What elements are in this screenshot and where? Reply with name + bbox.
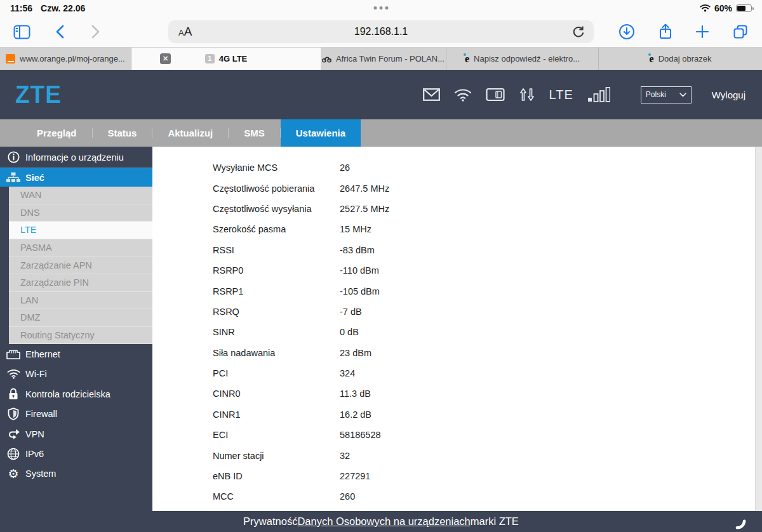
stat-row: ECI58186528 [152, 425, 762, 445]
stat-label: Siła nadawania [213, 348, 340, 358]
shield-icon [6, 408, 21, 420]
nav-przeglad[interactable]: Przegląd [22, 119, 92, 147]
stat-row: Siła nadawania23 dBm [152, 343, 762, 363]
stat-row: RSRP0-110 dBm [152, 260, 762, 281]
battery-icon [736, 4, 752, 12]
sidebar-item-label: Kontrola rodzicielska [25, 389, 110, 399]
stat-row: CINR116.2 dB [152, 404, 762, 425]
nav-status[interactable]: Status [93, 119, 152, 147]
submenu-item-lte[interactable]: LTE [9, 222, 152, 239]
forward-button-icon[interactable] [86, 23, 104, 40]
crescent-moon-icon[interactable] [735, 519, 747, 531]
gear-icon: ⚙ [6, 468, 21, 480]
stat-label: RSSI [213, 245, 340, 255]
language-value: Polski [646, 90, 666, 99]
stat-label: SINR [213, 327, 340, 337]
info-icon [6, 151, 21, 163]
sidebar-item-network[interactable]: Sieć [0, 168, 152, 187]
privacy-text-prefix: Prywatność [243, 515, 297, 528]
ipv6-globe-icon [6, 448, 21, 460]
submenu-item-dmz[interactable]: DMZ [9, 309, 152, 327]
sidebar-item-ipv6[interactable]: IPv6 [0, 444, 152, 463]
tab-label: 4G LTE [219, 54, 248, 63]
sim-card-icon[interactable] [486, 88, 505, 102]
sidebar-item-device-info[interactable]: Informacje o urządzeniu [0, 147, 152, 168]
wifi-icon[interactable] [454, 88, 472, 102]
mail-icon[interactable] [423, 88, 440, 101]
submenu-item-lan[interactable]: LAN [9, 292, 152, 310]
stat-value: -110 dBm [340, 265, 379, 276]
stat-value: 15 MHz [340, 224, 371, 234]
tab-dodaj-obrazek[interactable]: e Dodaj obrazek [599, 48, 762, 70]
stat-value: -7 dB [340, 307, 362, 317]
chevron-down-icon [679, 93, 686, 97]
stat-row: SINR0 dB [152, 322, 762, 342]
sidebar-toggle-icon[interactable] [13, 23, 30, 40]
stat-row: RSRQ-7 dB [152, 302, 762, 322]
stat-value: 58186528 [340, 430, 381, 440]
submenu-item-pin[interactable]: Zarządzanie PIN [9, 274, 152, 292]
tab-label: Dodaj obrazek [658, 54, 712, 63]
sidebar-item-label: IPv6 [25, 449, 44, 459]
language-select[interactable]: Polski [641, 86, 692, 103]
submenu-item-pasma[interactable]: PASMA [9, 239, 152, 257]
submenu-item-dns[interactable]: DNS [9, 204, 152, 222]
tab-label: Africa Twin Forum - POLAN... [336, 54, 444, 63]
multitasking-indicator-icon[interactable] [374, 6, 389, 10]
logout-button[interactable]: Wyloguj [712, 90, 745, 100]
tab-4g-lte[interactable]: ✕ 1 4G LTE [131, 48, 321, 70]
sidebar-item-firewall[interactable]: Firewall [0, 404, 152, 424]
stat-label: RSRP1 [213, 286, 340, 296]
downloads-icon[interactable] [618, 23, 636, 40]
tab-napisz-odpowiedz[interactable]: e Napisz odpowiedź - elektro... [446, 48, 599, 70]
stat-value: 11.3 dB [340, 389, 371, 399]
nav-aktualizuj[interactable]: Aktualizuj [152, 119, 228, 147]
address-bar[interactable]: AA 192.168.1.1 [168, 20, 594, 43]
tab-orange[interactable]: www.orange.pl/moj-orange... [0, 48, 131, 70]
elektroda-favicon: e [465, 54, 469, 64]
privacy-text-suffix: marki ZTE [471, 515, 519, 528]
traffic-up-down-icon[interactable] [519, 87, 535, 102]
share-icon[interactable] [657, 23, 674, 40]
battery-percent: 60% [714, 3, 732, 13]
numbered-favicon: 1 [205, 54, 215, 63]
stat-row: Numer stacji32 [152, 445, 762, 465]
stat-label: Numer stacji [213, 451, 340, 461]
sidebar-item-label: Firewall [25, 409, 57, 419]
sidebar-item-label: Sieć [25, 173, 44, 183]
header-status-icons: LTE Polski Wyloguj [423, 86, 745, 103]
privacy-link[interactable]: Danych Osobowych na urządzeniach [297, 515, 470, 528]
tab-africa-twin-forum[interactable]: Africa Twin Forum - POLAN... [321, 48, 446, 70]
main-nav: Przegląd Status Aktualizuj SMS Ustawieni… [0, 119, 762, 147]
sidebar-item-parental-control[interactable]: Kontrola rodzicielska [0, 384, 152, 404]
status-bar: 11:56 Czw. 22.06 60% [0, 0, 762, 16]
back-button-icon[interactable] [51, 23, 69, 40]
scrollbar[interactable] [755, 147, 762, 511]
sidebar-item-ethernet[interactable]: Ethernet [0, 344, 152, 364]
close-tab-icon[interactable]: ✕ [160, 53, 171, 64]
sidebar-item-vpn[interactable]: VPN [0, 424, 152, 444]
submenu-item-apn[interactable]: Zarządzanie APN [9, 256, 152, 274]
sidebar-item-label: VPN [25, 429, 44, 439]
signal-strength-icon [587, 87, 610, 103]
reload-icon[interactable] [570, 23, 587, 40]
nav-sms[interactable]: SMS [229, 119, 280, 147]
lock-icon [6, 388, 21, 400]
nav-ustawienia[interactable]: Ustawienia [281, 119, 361, 147]
stat-row: Szerokość pasma15 MHz [152, 219, 762, 239]
status-right: 60% [700, 3, 752, 13]
sidebar-item-wifi[interactable]: Wi-Fi [0, 364, 152, 384]
new-tab-icon[interactable] [693, 23, 711, 40]
clock: 11:56 [10, 3, 32, 13]
safari-toolbar: AA 192.168.1.1 [0, 16, 762, 48]
sidebar-item-label: Ethernet [25, 349, 60, 359]
tabs-overview-icon[interactable] [732, 23, 749, 40]
stat-row: eNB ID227291 [152, 466, 762, 486]
submenu-item-routing[interactable]: Routing Statyczny [9, 327, 152, 345]
sidebar-item-system[interactable]: ⚙ System [0, 464, 152, 484]
sidebar-item-label: Informacje o urządzeniu [25, 152, 124, 163]
submenu-item-wan[interactable]: WAN [9, 187, 152, 204]
stat-label: Częstotliwość pobierania [213, 183, 340, 194]
status-left: 11:56 Czw. 22.06 [10, 3, 85, 13]
footer-bar: Prywatność Danych Osobowych na urządzeni… [0, 511, 762, 532]
